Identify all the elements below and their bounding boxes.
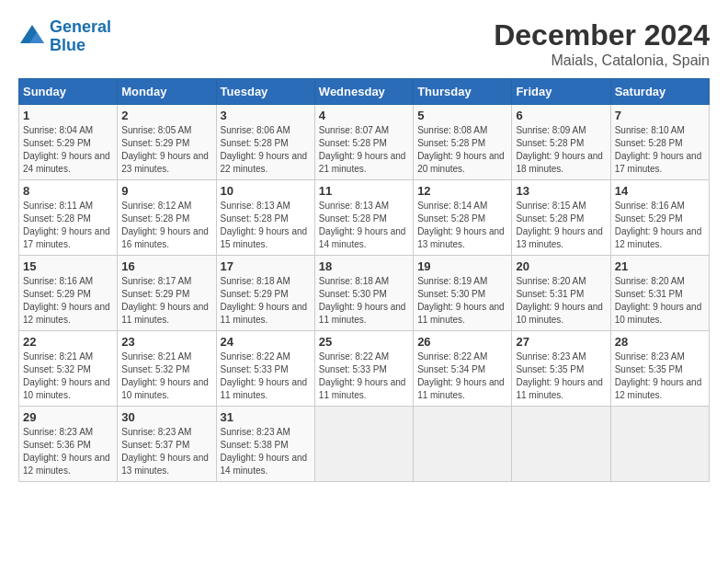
day-number: 19	[417, 259, 507, 273]
day-number: 10	[221, 184, 311, 198]
calendar-cell: 29Sunrise: 8:23 AMSunset: 5:36 PMDayligh…	[19, 407, 118, 482]
day-info: Sunrise: 8:20 AMSunset: 5:31 PMDaylight:…	[615, 275, 705, 327]
calendar-cell: 19Sunrise: 8:19 AMSunset: 5:30 PMDayligh…	[414, 256, 512, 331]
calendar-table: SundayMondayTuesdayWednesdayThursdayFrid…	[18, 78, 710, 482]
day-number: 17	[221, 259, 311, 273]
calendar-week-row: 22Sunrise: 8:21 AMSunset: 5:32 PMDayligh…	[19, 331, 710, 407]
calendar-cell: 11Sunrise: 8:13 AMSunset: 5:28 PMDayligh…	[314, 180, 413, 256]
calendar-cell: 21Sunrise: 8:20 AMSunset: 5:31 PMDayligh…	[610, 256, 709, 331]
calendar-week-row: 8Sunrise: 8:11 AMSunset: 5:28 PMDaylight…	[19, 180, 710, 256]
day-number: 9	[121, 184, 211, 198]
calendar-cell	[512, 407, 610, 482]
calendar-cell: 23Sunrise: 8:21 AMSunset: 5:32 PMDayligh…	[118, 331, 216, 407]
day-info: Sunrise: 8:23 AMSunset: 5:38 PMDaylight:…	[221, 426, 311, 477]
calendar-cell: 20Sunrise: 8:20 AMSunset: 5:31 PMDayligh…	[512, 256, 610, 331]
day-info: Sunrise: 8:22 AMSunset: 5:33 PMDaylight:…	[221, 350, 311, 402]
day-number: 2	[121, 109, 211, 122]
calendar-cell: 18Sunrise: 8:18 AMSunset: 5:30 PMDayligh…	[314, 256, 413, 331]
calendar-cell: 27Sunrise: 8:23 AMSunset: 5:35 PMDayligh…	[512, 331, 610, 407]
calendar-cell: 16Sunrise: 8:17 AMSunset: 5:29 PMDayligh…	[118, 256, 216, 331]
calendar-cell: 31Sunrise: 8:23 AMSunset: 5:38 PMDayligh…	[216, 407, 314, 482]
day-number: 6	[516, 109, 606, 122]
logo-icon	[18, 23, 46, 51]
calendar-cell	[610, 407, 709, 482]
calendar-cell: 17Sunrise: 8:18 AMSunset: 5:29 PMDayligh…	[216, 256, 314, 331]
calendar-cell: 14Sunrise: 8:16 AMSunset: 5:29 PMDayligh…	[610, 180, 709, 256]
page-subtitle: Maials, Catalonia, Spain	[494, 52, 710, 69]
day-number: 25	[319, 335, 409, 349]
logo-text: General Blue	[50, 18, 111, 55]
day-number: 22	[23, 335, 113, 349]
day-of-week-header: Thursday	[414, 79, 512, 105]
calendar-cell: 8Sunrise: 8:11 AMSunset: 5:28 PMDaylight…	[19, 180, 118, 256]
calendar-cell: 1Sunrise: 8:04 AMSunset: 5:29 PMDaylight…	[19, 105, 118, 180]
day-number: 5	[417, 109, 507, 122]
page-header: General Blue December 2024 Maials, Catal…	[18, 18, 710, 69]
day-info: Sunrise: 8:23 AMSunset: 5:35 PMDaylight:…	[516, 350, 606, 402]
day-info: Sunrise: 8:13 AMSunset: 5:28 PMDaylight:…	[319, 200, 409, 251]
day-number: 4	[319, 109, 409, 122]
day-info: Sunrise: 8:21 AMSunset: 5:32 PMDaylight:…	[23, 350, 113, 402]
day-info: Sunrise: 8:08 AMSunset: 5:28 PMDaylight:…	[417, 124, 507, 176]
day-info: Sunrise: 8:04 AMSunset: 5:29 PMDaylight:…	[23, 124, 113, 176]
day-info: Sunrise: 8:21 AMSunset: 5:32 PMDaylight:…	[121, 350, 211, 402]
day-number: 14	[615, 184, 705, 198]
day-info: Sunrise: 8:19 AMSunset: 5:30 PMDaylight:…	[417, 275, 507, 327]
day-of-week-header: Wednesday	[314, 79, 413, 105]
day-number: 12	[417, 184, 507, 198]
day-info: Sunrise: 8:23 AMSunset: 5:35 PMDaylight:…	[615, 350, 705, 402]
calendar-week-row: 1Sunrise: 8:04 AMSunset: 5:29 PMDaylight…	[19, 105, 710, 180]
day-info: Sunrise: 8:10 AMSunset: 5:28 PMDaylight:…	[615, 124, 705, 176]
calendar-week-row: 29Sunrise: 8:23 AMSunset: 5:36 PMDayligh…	[19, 407, 710, 482]
calendar-week-row: 15Sunrise: 8:16 AMSunset: 5:29 PMDayligh…	[19, 256, 710, 331]
day-info: Sunrise: 8:23 AMSunset: 5:36 PMDaylight:…	[23, 426, 113, 477]
day-number: 8	[23, 184, 113, 198]
calendar-cell: 15Sunrise: 8:16 AMSunset: 5:29 PMDayligh…	[19, 256, 118, 331]
page-title: December 2024	[494, 18, 710, 52]
calendar-cell	[414, 407, 512, 482]
day-number: 28	[615, 335, 705, 349]
day-number: 31	[221, 410, 311, 424]
day-number: 29	[23, 410, 113, 424]
day-number: 18	[319, 259, 409, 273]
day-info: Sunrise: 8:20 AMSunset: 5:31 PMDaylight:…	[516, 275, 606, 327]
calendar-cell: 30Sunrise: 8:23 AMSunset: 5:37 PMDayligh…	[118, 407, 216, 482]
day-of-week-header: Friday	[512, 79, 610, 105]
calendar-cell: 24Sunrise: 8:22 AMSunset: 5:33 PMDayligh…	[216, 331, 314, 407]
calendar-cell: 13Sunrise: 8:15 AMSunset: 5:28 PMDayligh…	[512, 180, 610, 256]
calendar-cell	[314, 407, 413, 482]
day-number: 26	[417, 335, 507, 349]
calendar-cell: 4Sunrise: 8:07 AMSunset: 5:28 PMDaylight…	[314, 105, 413, 180]
day-number: 16	[121, 259, 211, 273]
day-info: Sunrise: 8:23 AMSunset: 5:37 PMDaylight:…	[121, 426, 211, 477]
day-number: 3	[221, 109, 311, 122]
day-number: 24	[221, 335, 311, 349]
day-info: Sunrise: 8:11 AMSunset: 5:28 PMDaylight:…	[23, 200, 113, 251]
day-info: Sunrise: 8:16 AMSunset: 5:29 PMDaylight:…	[23, 275, 113, 327]
calendar-body: 1Sunrise: 8:04 AMSunset: 5:29 PMDaylight…	[19, 105, 710, 482]
calendar-cell: 10Sunrise: 8:13 AMSunset: 5:28 PMDayligh…	[216, 180, 314, 256]
calendar-cell: 12Sunrise: 8:14 AMSunset: 5:28 PMDayligh…	[414, 180, 512, 256]
day-of-week-header: Tuesday	[216, 79, 314, 105]
calendar-cell: 26Sunrise: 8:22 AMSunset: 5:34 PMDayligh…	[414, 331, 512, 407]
calendar-cell: 7Sunrise: 8:10 AMSunset: 5:28 PMDaylight…	[610, 105, 709, 180]
day-info: Sunrise: 8:18 AMSunset: 5:29 PMDaylight:…	[221, 275, 311, 327]
calendar-cell: 5Sunrise: 8:08 AMSunset: 5:28 PMDaylight…	[414, 105, 512, 180]
day-number: 21	[615, 259, 705, 273]
calendar-cell: 2Sunrise: 8:05 AMSunset: 5:29 PMDaylight…	[118, 105, 216, 180]
day-info: Sunrise: 8:05 AMSunset: 5:29 PMDaylight:…	[121, 124, 211, 176]
day-info: Sunrise: 8:14 AMSunset: 5:28 PMDaylight:…	[417, 200, 507, 251]
calendar-header-row: SundayMondayTuesdayWednesdayThursdayFrid…	[19, 79, 710, 105]
day-number: 15	[23, 259, 113, 273]
calendar-cell: 3Sunrise: 8:06 AMSunset: 5:28 PMDaylight…	[216, 105, 314, 180]
day-number: 1	[23, 109, 113, 122]
day-info: Sunrise: 8:22 AMSunset: 5:33 PMDaylight:…	[319, 350, 409, 402]
day-info: Sunrise: 8:07 AMSunset: 5:28 PMDaylight:…	[319, 124, 409, 176]
calendar-cell: 28Sunrise: 8:23 AMSunset: 5:35 PMDayligh…	[610, 331, 709, 407]
logo: General Blue	[18, 18, 111, 55]
day-number: 7	[615, 109, 705, 122]
day-number: 11	[319, 184, 409, 198]
calendar-cell: 22Sunrise: 8:21 AMSunset: 5:32 PMDayligh…	[19, 331, 118, 407]
day-number: 20	[516, 259, 606, 273]
day-of-week-header: Monday	[118, 79, 216, 105]
